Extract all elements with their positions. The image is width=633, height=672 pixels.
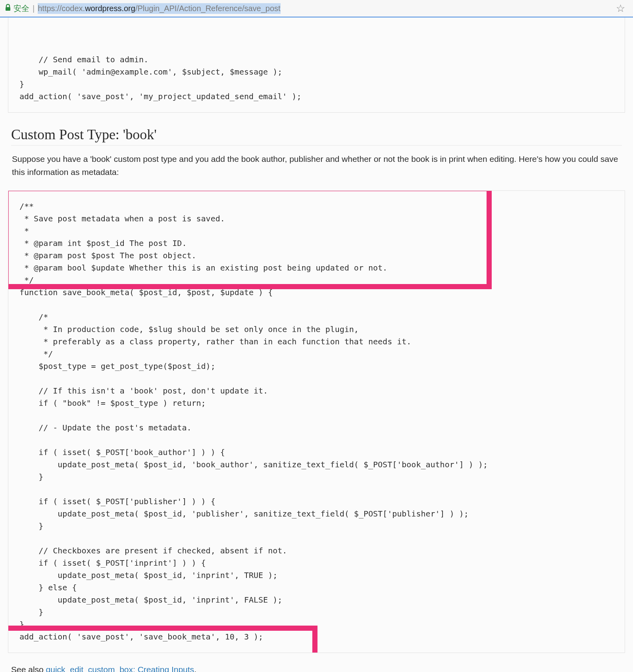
section-paragraph: Suppose you have a 'book' custom post ty… bbox=[12, 153, 621, 179]
see-also-suffix: . bbox=[194, 665, 196, 672]
see-also-line: See also quick_edit_custom_box: Creating… bbox=[11, 665, 622, 672]
svg-rect-0 bbox=[6, 7, 10, 11]
bookmark-star-icon[interactable]: ☆ bbox=[616, 2, 625, 15]
see-also-prefix: See also bbox=[11, 665, 46, 672]
lock-icon bbox=[5, 4, 11, 13]
browser-address-bar[interactable]: 安全 | https://codex.wordpress.org/Plugin_… bbox=[0, 0, 633, 17]
url-input[interactable]: https://codex.wordpress.org/Plugin_API/A… bbox=[38, 3, 616, 14]
code-block-top[interactable]: // Send email to admin. wp_mail( 'admin@… bbox=[8, 17, 625, 113]
code-block-main[interactable]: /** * Save post metadata when a post is … bbox=[8, 190, 625, 653]
secure-label: 安全 bbox=[13, 3, 29, 14]
page-content: // Send email to admin. wp_mail( 'admin@… bbox=[0, 17, 633, 672]
url-domain: wordpress.org bbox=[85, 4, 135, 13]
url-separator: | bbox=[33, 4, 35, 13]
see-also-link[interactable]: quick_edit_custom_box: Creating Inputs bbox=[46, 665, 194, 672]
url-path: /Plugin_API/Action_Reference/save_post bbox=[135, 4, 281, 13]
url-subdomain: codex. bbox=[62, 4, 85, 13]
section-heading: Custom Post Type: 'book' bbox=[11, 126, 622, 146]
code-text: /** * Save post metadata when a post is … bbox=[19, 202, 488, 641]
url-scheme: https:// bbox=[38, 4, 62, 13]
